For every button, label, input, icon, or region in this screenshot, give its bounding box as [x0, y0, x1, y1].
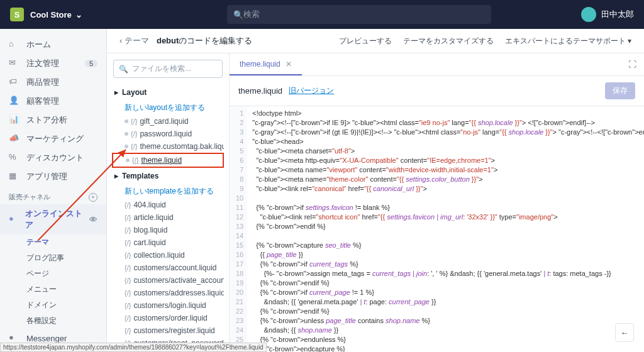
orders-icon: ✉ — [9, 58, 20, 69]
file-item[interactable]: {/}404.liquid — [112, 199, 224, 211]
add-layout-link[interactable]: 新しいlayoutを追加する — [112, 101, 224, 115]
store-name: Cool Store — [30, 10, 72, 19]
breadcrumb: ‹ テーマ debutのコードを編集する プレビューするテーマをカスタマイズする… — [107, 29, 644, 53]
sub-nav-item[interactable]: ドメイン — [0, 297, 106, 313]
add-template-link[interactable]: 新しいtemplateを追加する — [112, 184, 224, 199]
file-item[interactable]: {/}customers/addresses.liquid — [112, 287, 224, 299]
file-item[interactable]: {/}customers/activate_account.liquid — [112, 274, 224, 287]
header-action[interactable]: プレビューする — [339, 36, 392, 47]
nav-home[interactable]: ⌂ホーム — [0, 35, 106, 54]
channel-item[interactable]: ●オンラインストア👁 — [0, 204, 106, 234]
sub-nav-item[interactable]: メニュー — [0, 282, 106, 297]
file-item[interactable]: {/}cart.liquid — [112, 236, 224, 249]
nav-discount[interactable]: %ディスカウント — [0, 148, 106, 167]
search-icon: 🔍 — [233, 10, 243, 19]
file-item[interactable]: {/}customers/register.liquid — [112, 324, 224, 337]
header-action[interactable]: テーマをカスタマイズする — [403, 36, 494, 47]
sub-nav-item[interactable]: ブログ記事 — [0, 250, 106, 266]
products-icon: 🏷 — [9, 77, 20, 88]
file-item[interactable]: {/}theme.customtag.bak.liquid — [112, 140, 224, 153]
analytics-icon: 📊 — [9, 114, 20, 126]
file-item[interactable]: {/}customers/account.liquid — [112, 261, 224, 274]
avatar — [581, 7, 596, 22]
shopify-logo-icon: S — [10, 8, 24, 21]
apps-icon: ▦ — [9, 171, 20, 182]
sidebar: ⌂ホーム✉注文管理5🏷商品管理👤顧客管理📊ストア分析📣マーケティング%ディスカウ… — [0, 29, 107, 352]
main: ‹ テーマ debutのコードを編集する プレビューするテーマをカスタマイズする… — [107, 29, 644, 352]
discount-icon: % — [9, 152, 20, 163]
store-switcher[interactable]: Cool Store ⌄ — [30, 10, 82, 19]
user-name: 田中太郎 — [601, 9, 634, 20]
tab-theme-liquid[interactable]: theme.liquid ✕ — [230, 53, 302, 75]
sub-nav-item[interactable]: ページ — [0, 266, 106, 282]
code-editor[interactable]: 1234567891011121314151617181920212223242… — [230, 106, 644, 352]
header-action[interactable]: エキスパートによるテーマサポート ▾ — [505, 36, 631, 47]
file-item[interactable]: {/}customers/order.liquid — [112, 312, 224, 324]
file-item[interactable]: {/}password.liquid — [112, 128, 224, 140]
add-channel-icon[interactable]: + — [89, 193, 97, 202]
expand-icon[interactable]: ⛶ — [628, 60, 636, 69]
tabs: theme.liquid ✕ ⛶ — [230, 53, 644, 76]
nav-products[interactable]: 🏷商品管理 — [0, 73, 106, 92]
file-item[interactable]: {/}article.liquid — [112, 211, 224, 224]
customers-icon: 👤 — [9, 96, 20, 107]
home-icon: ⌂ — [9, 39, 20, 50]
nav-orders[interactable]: ✉注文管理5 — [0, 54, 106, 73]
nav-analytics[interactable]: 📊ストア分析 — [0, 111, 106, 129]
sub-nav-item[interactable]: テーマ — [0, 234, 106, 250]
tree-group[interactable]: ▸Templates — [112, 168, 224, 184]
save-button[interactable]: 保存 — [605, 82, 635, 99]
page-title: debutのコードを編集する — [157, 35, 252, 47]
old-version-link[interactable]: 旧バージョン — [289, 85, 334, 96]
back-fab[interactable]: ← — [615, 323, 634, 342]
channel-icon: ● — [9, 214, 19, 225]
close-icon[interactable]: ✕ — [286, 60, 292, 69]
eye-icon: 👁 — [89, 215, 97, 224]
chevron-down-icon: ⌄ — [75, 10, 82, 19]
filename: theme.liquid — [238, 86, 282, 96]
file-header: theme.liquid 旧バージョン 保存 — [230, 76, 644, 106]
file-item[interactable]: {/}blog.liquid — [112, 224, 224, 236]
file-panel: 🔍 ファイルを検索... ▸Layout新しいlayoutを追加する{/}gif… — [107, 53, 230, 352]
file-item[interactable]: {/} theme.liquid — [112, 153, 224, 168]
channels-header: 販売チャネル + — [0, 186, 106, 204]
folder-icon: ▸ — [114, 172, 118, 180]
file-item[interactable]: {/}gift_card.liquid — [112, 115, 224, 128]
search-placeholder: 検索 — [243, 9, 260, 20]
file-item[interactable]: {/}collection.liquid — [112, 249, 224, 261]
nav-apps[interactable]: ▦アプリ管理 — [0, 167, 106, 186]
global-search[interactable]: 🔍 検索 — [227, 5, 491, 24]
back-link[interactable]: ‹ テーマ — [119, 35, 149, 47]
user-menu[interactable]: 田中太郎 — [581, 7, 634, 22]
folder-icon: ▸ — [114, 88, 118, 97]
topbar: S Cool Store ⌄ 🔍 検索 田中太郎 — [0, 0, 644, 29]
marketing-icon: 📣 — [9, 133, 20, 145]
nav-customers[interactable]: 👤顧客管理 — [0, 92, 106, 111]
sub-nav-item[interactable]: 各種設定 — [0, 313, 106, 329]
search-icon: 🔍 — [119, 65, 128, 74]
file-search[interactable]: 🔍 ファイルを検索... — [113, 60, 223, 78]
nav-marketing[interactable]: 📣マーケティング — [0, 129, 106, 148]
status-url: https://teststore4japan.myshopify.com/ad… — [0, 343, 267, 352]
code-area: theme.liquid ✕ ⛶ theme.liquid 旧バージョン 保存 … — [230, 53, 644, 352]
file-item[interactable]: {/}customers/login.liquid — [112, 299, 224, 312]
tree-group[interactable]: ▸Layout — [112, 84, 224, 101]
